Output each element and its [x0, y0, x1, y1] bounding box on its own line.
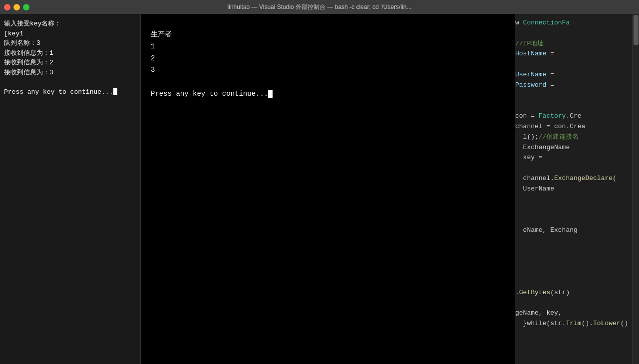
code-editor[interactable]: w ConnectionFa //IP地址 HostName = UserNam…	[515, 14, 639, 364]
maximize-button[interactable]	[23, 4, 29, 10]
scrollbar[interactable]	[632, 14, 639, 364]
code-line	[515, 28, 639, 39]
center-terminal-content: 生产者 1 2 3 Press any key to continue...	[151, 29, 505, 100]
code-line: l();//创建连接名	[515, 132, 639, 143]
code-line	[515, 163, 639, 174]
code-line-33: }while(str.Trim().ToLower() != "exit");	[515, 319, 639, 329]
minimize-button[interactable]	[13, 4, 20, 10]
code-line: w ConnectionFa	[515, 18, 639, 28]
code-line: con = Factory.Cre	[515, 111, 639, 122]
code-line: //IP地址	[515, 39, 639, 49]
scrollbar-thumb[interactable]	[634, 15, 639, 45]
code-line: geName, key,	[515, 308, 639, 319]
code-line	[515, 194, 639, 205]
code-lines: w ConnectionFa //IP地址 HostName = UserNam…	[515, 18, 639, 329]
code-line: Password =	[515, 80, 639, 91]
code-line	[515, 267, 639, 277]
window-controls[interactable]	[4, 4, 29, 10]
code-line: UserName	[515, 184, 639, 194]
code-line: .GetBytes(str)	[515, 288, 639, 298]
left-terminal-content: 输入接受key名称： [key1 队列名称：3 接收到信息为：1 接收到信息为：…	[4, 19, 136, 97]
code-line	[515, 277, 639, 288]
main-area: 输入接受key名称： [key1 队列名称：3 接收到信息为：1 接收到信息为：…	[0, 14, 639, 364]
code-line	[515, 204, 639, 215]
code-line: key =	[515, 153, 639, 163]
code-line	[515, 91, 639, 101]
code-line	[515, 246, 639, 257]
code-line: ExchangeName	[515, 143, 639, 153]
center-terminal[interactable]: 生产者 1 2 3 Press any key to continue...	[141, 14, 515, 364]
code-line: channel = con.Crea	[515, 122, 639, 132]
close-button[interactable]	[4, 4, 10, 10]
code-line: HostName =	[515, 49, 639, 59]
left-terminal[interactable]: 输入接受key名称： [key1 队列名称：3 接收到信息为：1 接收到信息为：…	[0, 14, 140, 364]
code-line: eName, Exchang	[515, 225, 639, 236]
code-editor-inner: w ConnectionFa //IP地址 HostName = UserNam…	[515, 18, 639, 329]
code-line: channel.ExchangeDeclare(	[515, 174, 639, 184]
code-line	[515, 236, 639, 246]
cursor	[268, 90, 273, 98]
code-line	[515, 215, 639, 225]
titlebar: linhuitao — Visual Studio 外部控制台 — bash -…	[0, 0, 639, 14]
code-line	[515, 298, 639, 309]
code-line	[515, 59, 639, 70]
window-title: linhuitao — Visual Studio 外部控制台 — bash -…	[228, 3, 412, 11]
code-line	[515, 256, 639, 267]
code-line: UserName =	[515, 70, 639, 80]
left-press-continue: Press any key to continue...	[4, 88, 117, 96]
code-line	[515, 101, 639, 111]
